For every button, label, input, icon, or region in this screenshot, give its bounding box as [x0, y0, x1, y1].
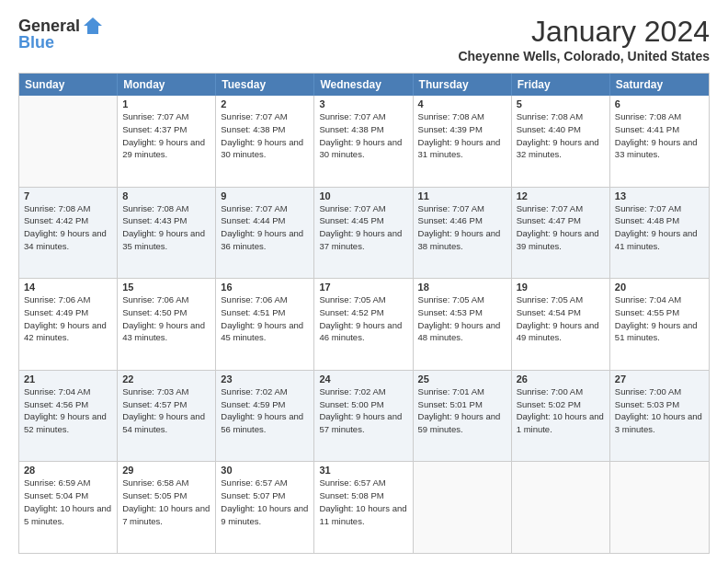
calendar-cell-12: 12Sunrise: 7:07 AMSunset: 4:47 PMDayligh…	[512, 188, 610, 279]
daylight-27: Daylight: 10 hours and 3 minutes.	[615, 411, 702, 434]
sunset-22: Sunset: 4:57 PM	[122, 399, 187, 409]
calendar-cell-empty-r4c4	[414, 462, 512, 553]
weekday-header-saturday: Saturday	[610, 74, 709, 96]
calendar-cell-4: 4Sunrise: 7:08 AMSunset: 4:39 PMDaylight…	[414, 96, 512, 187]
sunset-19: Sunset: 4:54 PM	[517, 307, 581, 317]
sunset-16: Sunset: 4:51 PM	[221, 307, 285, 317]
sunset-29: Sunset: 5:05 PM	[122, 490, 187, 500]
calendar-page: General Blue January 2024 Cheyenne Wells…	[0, 0, 728, 563]
daylight-10: Daylight: 9 hours and 37 minutes.	[319, 228, 402, 251]
cell-info-20: Sunrise: 7:04 AMSunset: 4:55 PMDaylight:…	[615, 293, 704, 344]
weekday-header-thursday: Thursday	[414, 74, 512, 96]
cell-info-30: Sunrise: 6:57 AMSunset: 5:07 PMDaylight:…	[221, 477, 309, 527]
daylight-14: Daylight: 9 hours and 42 minutes.	[24, 320, 107, 343]
day-number-15: 15	[122, 282, 210, 293]
sunset-2: Sunset: 4:38 PM	[221, 124, 285, 134]
sunset-24: Sunset: 5:00 PM	[319, 399, 383, 409]
calendar-cell-1: 1Sunrise: 7:07 AMSunset: 4:37 PMDaylight…	[118, 96, 216, 187]
daylight-15: Daylight: 9 hours and 43 minutes.	[122, 320, 205, 343]
daylight-22: Daylight: 9 hours and 54 minutes.	[122, 411, 205, 434]
daylight-9: Daylight: 9 hours and 36 minutes.	[221, 228, 303, 251]
day-number-7: 7	[24, 190, 112, 201]
daylight-31: Daylight: 10 hours and 11 minutes.	[319, 503, 406, 526]
daylight-16: Daylight: 9 hours and 45 minutes.	[221, 320, 303, 343]
sunrise-7: Sunrise: 7:08 AM	[24, 203, 90, 213]
weekday-header-friday: Friday	[512, 74, 610, 96]
sunrise-3: Sunrise: 7:07 AM	[319, 111, 385, 121]
cell-info-12: Sunrise: 7:07 AMSunset: 4:47 PMDaylight:…	[517, 202, 605, 253]
sunrise-16: Sunrise: 7:06 AM	[221, 294, 287, 304]
calendar-row-3: 14Sunrise: 7:06 AMSunset: 4:49 PMDayligh…	[19, 279, 709, 371]
sunrise-17: Sunrise: 7:05 AM	[319, 294, 385, 304]
sunrise-15: Sunrise: 7:06 AM	[122, 294, 188, 304]
cell-info-16: Sunrise: 7:06 AMSunset: 4:51 PMDaylight:…	[221, 293, 309, 344]
daylight-6: Daylight: 9 hours and 33 minutes.	[615, 137, 698, 160]
sunset-5: Sunset: 4:40 PM	[517, 124, 581, 134]
cell-info-4: Sunrise: 7:08 AMSunset: 4:39 PMDaylight:…	[418, 110, 506, 161]
sunset-13: Sunset: 4:48 PM	[615, 215, 679, 225]
day-number-28: 28	[24, 465, 112, 476]
sunset-12: Sunset: 4:47 PM	[517, 215, 581, 225]
sunrise-11: Sunrise: 7:07 AM	[418, 203, 484, 213]
sunrise-12: Sunrise: 7:07 AM	[517, 203, 583, 213]
sunrise-4: Sunrise: 7:08 AM	[418, 111, 484, 121]
calendar-cell-23: 23Sunrise: 7:02 AMSunset: 4:59 PMDayligh…	[216, 371, 314, 462]
calendar-cell-30: 30Sunrise: 6:57 AMSunset: 5:07 PMDayligh…	[216, 462, 314, 553]
calendar-cell-29: 29Sunrise: 6:58 AMSunset: 5:05 PMDayligh…	[118, 462, 216, 553]
sunset-9: Sunset: 4:44 PM	[221, 215, 285, 225]
sunrise-21: Sunrise: 7:04 AM	[24, 386, 90, 396]
calendar-cell-18: 18Sunrise: 7:05 AMSunset: 4:53 PMDayligh…	[414, 279, 512, 370]
calendar-cell-10: 10Sunrise: 7:07 AMSunset: 4:45 PMDayligh…	[314, 188, 413, 279]
calendar-row-1: 1Sunrise: 7:07 AMSunset: 4:37 PMDaylight…	[19, 96, 709, 188]
cell-info-6: Sunrise: 7:08 AMSunset: 4:41 PMDaylight:…	[615, 110, 704, 161]
cell-info-2: Sunrise: 7:07 AMSunset: 4:38 PMDaylight:…	[221, 110, 309, 161]
cell-info-19: Sunrise: 7:05 AMSunset: 4:54 PMDaylight:…	[517, 293, 605, 344]
sunset-30: Sunset: 5:07 PM	[221, 490, 285, 500]
calendar-cell-21: 21Sunrise: 7:04 AMSunset: 4:56 PMDayligh…	[19, 371, 118, 462]
day-number-31: 31	[319, 465, 407, 476]
cell-info-26: Sunrise: 7:00 AMSunset: 5:02 PMDaylight:…	[517, 385, 605, 436]
day-number-17: 17	[319, 282, 407, 293]
day-number-11: 11	[418, 190, 506, 201]
daylight-30: Daylight: 10 hours and 9 minutes.	[221, 503, 308, 526]
daylight-26: Daylight: 10 hours and 1 minute.	[517, 411, 604, 434]
calendar-cell-13: 13Sunrise: 7:07 AMSunset: 4:48 PMDayligh…	[610, 188, 709, 279]
sunrise-31: Sunrise: 6:57 AM	[319, 477, 385, 488]
sunset-15: Sunset: 4:50 PM	[122, 307, 187, 317]
cell-info-13: Sunrise: 7:07 AMSunset: 4:48 PMDaylight:…	[615, 202, 704, 253]
calendar-row-5: 28Sunrise: 6:59 AMSunset: 5:04 PMDayligh…	[19, 462, 709, 553]
page-header: General Blue January 2024 Cheyenne Wells…	[18, 15, 710, 63]
cell-info-7: Sunrise: 7:08 AMSunset: 4:42 PMDaylight:…	[24, 202, 112, 253]
calendar-cell-31: 31Sunrise: 6:57 AMSunset: 5:08 PMDayligh…	[314, 462, 413, 553]
calendar-cell-empty-r0c0	[19, 96, 118, 187]
sunset-28: Sunset: 5:04 PM	[24, 490, 88, 500]
calendar-row-4: 21Sunrise: 7:04 AMSunset: 4:56 PMDayligh…	[19, 371, 709, 463]
cell-info-23: Sunrise: 7:02 AMSunset: 4:59 PMDaylight:…	[221, 385, 309, 436]
cell-info-17: Sunrise: 7:05 AMSunset: 4:52 PMDaylight:…	[319, 293, 407, 344]
cell-info-10: Sunrise: 7:07 AMSunset: 4:45 PMDaylight:…	[319, 202, 407, 253]
calendar-cell-15: 15Sunrise: 7:06 AMSunset: 4:50 PMDayligh…	[118, 279, 216, 370]
calendar-cell-28: 28Sunrise: 6:59 AMSunset: 5:04 PMDayligh…	[19, 462, 118, 553]
cell-info-21: Sunrise: 7:04 AMSunset: 4:56 PMDaylight:…	[24, 385, 112, 436]
cell-info-11: Sunrise: 7:07 AMSunset: 4:46 PMDaylight:…	[418, 202, 506, 253]
cell-info-31: Sunrise: 6:57 AMSunset: 5:08 PMDaylight:…	[319, 477, 407, 527]
cell-info-24: Sunrise: 7:02 AMSunset: 5:00 PMDaylight:…	[319, 385, 407, 436]
calendar-cell-8: 8Sunrise: 7:08 AMSunset: 4:43 PMDaylight…	[118, 188, 216, 279]
calendar-cell-27: 27Sunrise: 7:00 AMSunset: 5:03 PMDayligh…	[610, 371, 709, 462]
cell-info-8: Sunrise: 7:08 AMSunset: 4:43 PMDaylight:…	[122, 202, 210, 253]
cell-info-25: Sunrise: 7:01 AMSunset: 5:01 PMDaylight:…	[418, 385, 506, 436]
sunrise-9: Sunrise: 7:07 AM	[221, 203, 287, 213]
sunrise-26: Sunrise: 7:00 AM	[517, 386, 583, 396]
calendar-cell-19: 19Sunrise: 7:05 AMSunset: 4:54 PMDayligh…	[512, 279, 610, 370]
cell-info-18: Sunrise: 7:05 AMSunset: 4:53 PMDaylight:…	[418, 293, 506, 344]
daylight-18: Daylight: 9 hours and 48 minutes.	[418, 320, 501, 343]
day-number-14: 14	[24, 282, 112, 293]
daylight-8: Daylight: 9 hours and 35 minutes.	[122, 228, 205, 251]
day-number-2: 2	[221, 98, 309, 109]
cell-info-1: Sunrise: 7:07 AMSunset: 4:37 PMDaylight:…	[122, 110, 210, 161]
daylight-17: Daylight: 9 hours and 46 minutes.	[319, 320, 402, 343]
sunset-21: Sunset: 4:56 PM	[24, 399, 88, 409]
day-number-21: 21	[24, 373, 112, 385]
sunrise-23: Sunrise: 7:02 AM	[221, 386, 287, 396]
day-number-13: 13	[615, 190, 704, 201]
